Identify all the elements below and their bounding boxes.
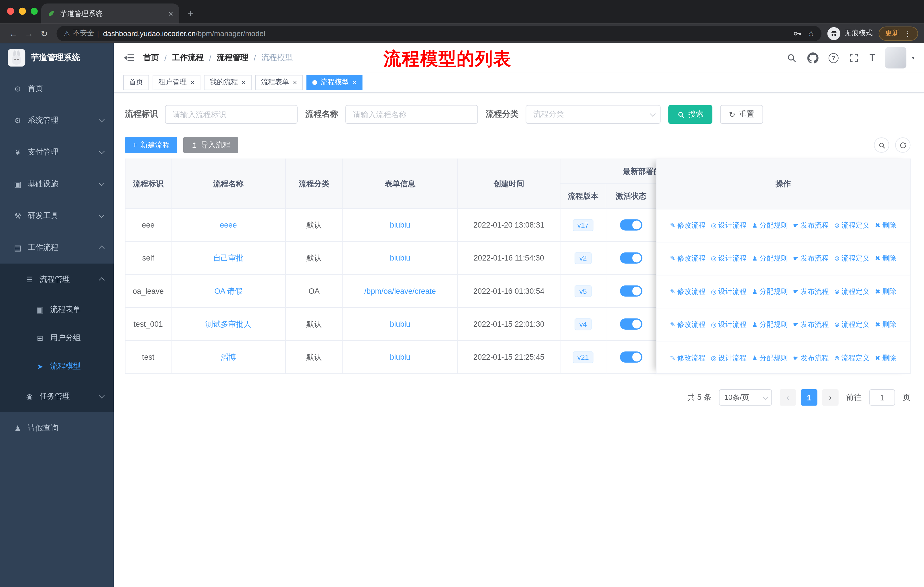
browser-tab[interactable]: 芋道管理系统 × <box>41 3 179 23</box>
edit-process-link[interactable]: ✎修改流程 <box>670 287 705 297</box>
close-icon[interactable]: × <box>352 79 356 86</box>
tag-tenant-management[interactable]: 租户管理 × <box>153 74 201 90</box>
assign-rule-link[interactable]: ♟分配规则 <box>752 353 788 363</box>
publish-process-link[interactable]: ☛发布流程 <box>793 287 829 297</box>
sidebar-item-home[interactable]: ⊙ 首页 <box>0 73 114 104</box>
form-link[interactable]: biubiu <box>390 352 410 361</box>
edit-process-link[interactable]: ✎修改流程 <box>670 319 705 330</box>
delete-link[interactable]: ✖删除 <box>875 254 896 264</box>
close-icon[interactable]: × <box>293 79 297 86</box>
new-tab-button[interactable]: + <box>187 8 193 20</box>
bookmark-star-icon[interactable]: ☆ <box>808 29 814 38</box>
process-name-link[interactable]: 自己审批 <box>213 253 244 262</box>
design-process-link[interactable]: ◎设计流程 <box>711 287 747 297</box>
refresh-table-button[interactable] <box>895 137 910 152</box>
process-key-input[interactable] <box>165 105 298 124</box>
avatar[interactable] <box>885 47 906 68</box>
delete-link[interactable]: ✖删除 <box>875 319 896 330</box>
reset-button[interactable]: ↻ 重置 <box>720 105 763 124</box>
assign-rule-link[interactable]: ♟分配规则 <box>752 287 788 297</box>
active-toggle[interactable] <box>620 351 642 362</box>
process-definition-link[interactable]: ⊚流程定义 <box>834 287 870 297</box>
edit-process-link[interactable]: ✎修改流程 <box>670 254 705 264</box>
process-name-link[interactable]: 滔博 <box>221 352 236 361</box>
sidebar-item-payment-management[interactable]: ¥ 支付管理 <box>0 136 114 168</box>
help-icon[interactable]: ? <box>828 53 838 63</box>
tag-home[interactable]: 首页 <box>123 74 149 90</box>
page-1-button[interactable]: 1 <box>801 389 817 406</box>
sidebar-item-process-management[interactable]: ☰ 流程管理 <box>0 264 114 296</box>
sidebar-item-system-management[interactable]: ⚙ 系统管理 <box>0 104 114 136</box>
sidebar-item-infrastructure[interactable]: ▣ 基础设施 <box>0 168 114 200</box>
process-definition-link[interactable]: ⊚流程定义 <box>834 353 870 363</box>
assign-rule-link[interactable]: ♟分配规则 <box>752 319 788 330</box>
sidebar-item-leave-query[interactable]: ♟ 请假查询 <box>0 412 114 444</box>
create-process-button[interactable]: + 新建流程 <box>125 137 178 153</box>
close-window-button[interactable] <box>7 8 14 15</box>
process-name-link[interactable]: 测试多审批人 <box>205 319 251 328</box>
publish-process-link[interactable]: ☛发布流程 <box>793 353 829 363</box>
delete-link[interactable]: ✖删除 <box>875 353 896 363</box>
close-icon[interactable]: × <box>190 79 195 86</box>
edit-process-link[interactable]: ✎修改流程 <box>670 353 705 363</box>
design-process-link[interactable]: ◎设计流程 <box>711 319 747 330</box>
edit-process-link[interactable]: ✎修改流程 <box>670 220 705 230</box>
browser-menu-icon[interactable]: ⋮ <box>904 29 912 38</box>
process-name-link[interactable]: eeee <box>220 220 237 229</box>
breadcrumb-workflow[interactable]: 工作流程 <box>172 53 204 63</box>
import-process-button[interactable]: ↥ 导入流程 <box>183 137 238 153</box>
tab-close-icon[interactable]: × <box>168 9 173 18</box>
form-link[interactable]: /bpm/oa/leave/create <box>364 287 436 296</box>
tag-my-process[interactable]: 我的流程 × <box>204 74 252 90</box>
process-definition-link[interactable]: ⊚流程定义 <box>834 254 870 264</box>
publish-process-link[interactable]: ☛发布流程 <box>793 220 829 230</box>
assign-rule-link[interactable]: ♟分配规则 <box>752 220 788 230</box>
form-link[interactable]: biubiu <box>390 220 410 229</box>
breadcrumb-home[interactable]: 首页 <box>143 53 159 63</box>
process-name-link[interactable]: OA 请假 <box>214 286 242 295</box>
design-process-link[interactable]: ◎设计流程 <box>711 353 747 363</box>
process-definition-link[interactable]: ⊚流程定义 <box>834 220 870 230</box>
minimize-window-button[interactable] <box>19 8 26 15</box>
search-button[interactable]: 搜索 <box>668 105 712 124</box>
url-bar[interactable]: ⚠ 不安全 | dashboard.yudao.iocoder.cn/bpm/m… <box>57 25 822 41</box>
back-icon[interactable]: ← <box>6 28 21 38</box>
active-toggle[interactable] <box>620 219 642 230</box>
sidebar-item-dev-tools[interactable]: ⚒ 研发工具 <box>0 200 114 231</box>
goto-page-input[interactable] <box>869 389 895 406</box>
app-logo-row[interactable]: 芋道管理系统 <box>0 43 114 73</box>
sidebar-toggle-icon[interactable] <box>123 52 135 64</box>
process-definition-link[interactable]: ⊚流程定义 <box>834 319 870 330</box>
delete-link[interactable]: ✖删除 <box>875 220 896 230</box>
tag-process-form[interactable]: 流程表单 × <box>255 74 303 90</box>
prev-page-button[interactable]: ‹ <box>780 389 796 406</box>
assign-rule-link[interactable]: ♟分配规则 <box>752 254 788 264</box>
sidebar-item-process-model[interactable]: ➤ 流程模型 <box>0 352 114 380</box>
sidebar-item-workflow[interactable]: ▤ 工作流程 <box>0 232 114 264</box>
browser-update-button[interactable]: 更新 ⋮ <box>879 26 918 40</box>
design-process-link[interactable]: ◎设计流程 <box>711 220 747 230</box>
publish-process-link[interactable]: ☛发布流程 <box>793 319 829 330</box>
font-size-icon[interactable]: T <box>870 53 875 63</box>
design-process-link[interactable]: ◎设计流程 <box>711 254 747 264</box>
active-toggle[interactable] <box>620 253 642 264</box>
process-name-input[interactable] <box>345 105 478 124</box>
github-icon[interactable] <box>807 52 818 63</box>
search-icon[interactable] <box>786 52 797 63</box>
active-toggle[interactable] <box>620 286 642 297</box>
category-select[interactable]: 流程分类 <box>526 105 660 124</box>
page-size-select[interactable]: 10条/页 <box>719 389 772 406</box>
show-search-button[interactable] <box>874 137 889 152</box>
close-icon[interactable]: × <box>242 79 246 86</box>
delete-link[interactable]: ✖删除 <box>875 287 896 297</box>
form-link[interactable]: biubiu <box>390 254 410 263</box>
publish-process-link[interactable]: ☛发布流程 <box>793 254 829 264</box>
sidebar-item-user-group[interactable]: ⊞ 用户分组 <box>0 324 114 352</box>
security-indicator[interactable]: ⚠ 不安全 | <box>64 28 99 38</box>
breadcrumb-process-management[interactable]: 流程管理 <box>216 53 248 63</box>
form-link[interactable]: biubiu <box>390 319 410 329</box>
fullscreen-icon[interactable] <box>848 52 860 63</box>
password-key-icon[interactable] <box>792 29 802 38</box>
tag-process-model[interactable]: 流程模型 × <box>307 74 362 90</box>
next-page-button[interactable]: › <box>822 389 839 406</box>
